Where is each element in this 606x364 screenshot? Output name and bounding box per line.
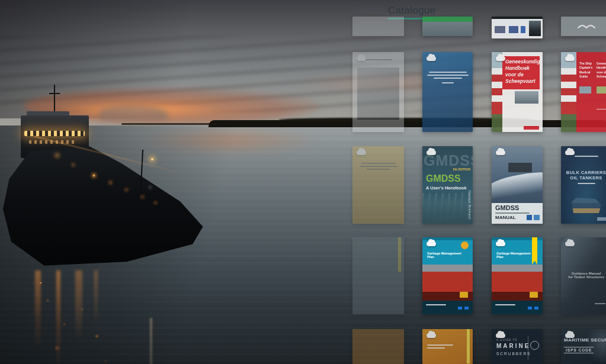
app-window: Books Catalogue Geneeskundig Handboek vo… (0, 0, 606, 364)
cover-kicker: A GUIDE TO (496, 339, 518, 342)
cloud-icon (496, 241, 505, 246)
cover-subtitle: ISPS CODE (564, 347, 594, 353)
publisher-ring-logo (530, 341, 539, 350)
book-cover[interactable] (422, 52, 473, 132)
cover-title: Geneeskundig Handboek voor de Scheepvaar… (502, 56, 540, 89)
ship-hull (3, 144, 209, 269)
cloud-icon (565, 56, 575, 61)
book-cover[interactable]: Garbage Management Plan (492, 237, 543, 314)
accent-badge (461, 241, 469, 249)
ship-mast-crossbar (49, 93, 60, 94)
tab-books[interactable]: Books (355, 5, 384, 17)
book-cover[interactable] (352, 329, 404, 364)
sea-photo (422, 193, 473, 224)
cover-title-line2: OIL TANKERS (561, 175, 606, 181)
publisher-mark (524, 126, 539, 130)
cover-title: Garbage Management Plan (427, 252, 468, 259)
water-sparkles (40, 282, 41, 284)
book-cover[interactable]: BULK CARRIERS OIL TANKERS (561, 146, 606, 224)
cover-title: MARINE (496, 343, 530, 349)
cover-title-line1: BULK CARRIERS (561, 170, 606, 175)
cloud-icon (427, 333, 436, 338)
cover-photo (357, 67, 399, 120)
tab-catalogue[interactable]: Catalogue (388, 5, 435, 17)
cover-title: GMDSS (426, 173, 461, 184)
book-cover[interactable]: MARITIME SECURITY ISPS CODE (561, 329, 606, 364)
excavator-detail (460, 292, 468, 298)
cover-title-lines (422, 70, 473, 85)
cover-title-dutch: Geneeskundig Handboek voor de Scheepvaar… (597, 62, 606, 79)
cover-subtitle: SCRUBBERS (496, 352, 531, 356)
book-cover[interactable]: Geneeskundig Handboek voor de Scheepvaar… (492, 52, 543, 132)
cover-title: GMDSS (495, 205, 543, 211)
cloud-icon (496, 56, 505, 61)
cover-subtitle: A User's Handbook (426, 185, 467, 191)
bow-light-trail (150, 318, 152, 364)
helicopter-photo (597, 86, 606, 94)
tanker-ship (3, 92, 216, 364)
book-cover[interactable] (422, 329, 473, 364)
cloud-icon (565, 150, 575, 155)
book-cover[interactable] (352, 17, 404, 36)
lighthouse-photo-strip (492, 52, 502, 132)
publisher-logo (597, 217, 606, 221)
light-reflection-streak (56, 270, 60, 364)
lighthouse-photo-strip (561, 52, 576, 132)
book-cover[interactable] (352, 52, 404, 132)
divider (528, 336, 528, 360)
cover-title-english: The Ship Captain's Medical Guide (579, 62, 594, 79)
cover-title: MARITIME SECURITY (564, 337, 606, 343)
flag-logo (458, 307, 462, 310)
book-cover[interactable] (561, 17, 606, 36)
cloud-icon (565, 241, 575, 246)
bookmark-ribbon (398, 237, 401, 272)
cover-title: Garbage Management Plan (496, 252, 538, 259)
flag-logo (528, 307, 532, 310)
publisher-logos (527, 215, 540, 220)
cloud-icon (427, 56, 436, 61)
seagull-logo-icon (576, 21, 597, 31)
cloud-icon (357, 150, 366, 155)
publisher-logos (495, 26, 525, 33)
cloud-icon (427, 150, 436, 155)
cloud-icon (357, 56, 366, 61)
book-cover[interactable] (352, 237, 404, 314)
book-cover[interactable]: GMDSS 5th EDITION GMDSS A User's Handboo… (422, 146, 473, 224)
excavator-detail (530, 292, 538, 298)
cloud-icon (427, 241, 436, 246)
flag-logo (534, 307, 538, 310)
light-reflection-streak (75, 270, 82, 340)
publisher-mark (595, 301, 605, 306)
light-reflection-streak (94, 270, 98, 325)
ship-illustration (572, 198, 601, 213)
cover-title-line2: for Tanker Structures (561, 275, 606, 279)
helicopter-photo (515, 91, 538, 104)
cloud-icon (496, 150, 505, 155)
book-cover[interactable] (352, 146, 404, 224)
bookmark-ribbon (467, 329, 470, 363)
book-cover[interactable]: GMDSS MANUAL (492, 146, 543, 224)
book-cover[interactable] (492, 17, 543, 38)
title-band: GMDSS MANUAL (492, 203, 543, 224)
ship-photo-thumb (529, 21, 541, 36)
helicopter-photo (579, 86, 591, 94)
ship-silhouette (508, 163, 532, 172)
edition-tag: 5th EDITION (453, 167, 470, 171)
edition-ribbon (532, 237, 537, 265)
cover-footer (492, 301, 543, 314)
book-cover[interactable]: Guidance Manual for Tanker Structures (561, 237, 606, 314)
divider (597, 109, 606, 109)
cloud-icon (565, 333, 575, 338)
cloud-icon (496, 333, 505, 338)
cover-footer (422, 301, 473, 314)
book-cover[interactable] (422, 17, 473, 36)
author-name: Denise Bréhaut (468, 191, 472, 219)
flag-logo (464, 307, 469, 310)
ship-deck-lights (93, 175, 95, 176)
book-cover[interactable]: A GUIDE TO MARINE SCRUBBERS (492, 329, 543, 364)
book-cover[interactable]: The Ship Captain's Medical Guide Geneesk… (561, 52, 606, 132)
ship-mast-light (151, 158, 153, 160)
book-cover[interactable]: Garbage Management Plan (422, 237, 473, 314)
